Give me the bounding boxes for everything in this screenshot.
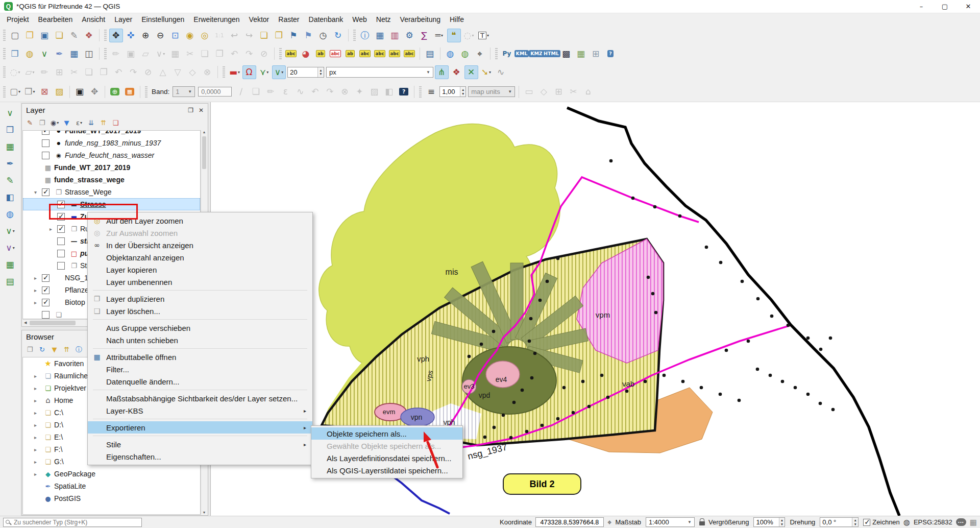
zoom-to-layer-icon[interactable]: ◎: [198, 29, 212, 42]
add-ring-icon[interactable]: ⊞: [53, 65, 66, 79]
grid-tool-icon[interactable]: ⊞: [589, 47, 603, 61]
ctx-save-selected-features-as[interactable]: Gewählte Objekte speichern als...: [311, 440, 462, 452]
menu-hilfe[interactable]: Hilfe: [445, 14, 469, 25]
reshape-icon[interactable]: ✏: [38, 65, 52, 79]
zoom-native-icon[interactable]: 1:1: [213, 29, 227, 42]
layout-manager-icon[interactable]: ✎: [67, 29, 81, 42]
html-export-icon[interactable]: HTML: [545, 47, 558, 61]
label-rect-icon[interactable]: ▭: [522, 85, 536, 99]
menu-web[interactable]: Web: [348, 14, 372, 25]
remove-layer-icon[interactable]: ❑: [110, 117, 121, 129]
add-vector-layer-icon[interactable]: ∨: [38, 47, 52, 61]
maximize-button[interactable]: ▢: [933, 0, 957, 13]
snap-intersection-icon[interactable]: ✕: [464, 65, 478, 79]
redo-icon[interactable]: ↷: [242, 47, 256, 61]
delete-ring-icon[interactable]: ⊘: [141, 65, 155, 79]
close-button[interactable]: ✕: [957, 0, 980, 13]
offset-curve-icon[interactable]: ▽: [171, 65, 185, 79]
ctx-layer-crs[interactable]: Layer-KBS ▸: [88, 404, 312, 417]
ctx-save-as-layer-definition[interactable]: Als Layerdefinitionsdatei speichern...: [311, 452, 462, 464]
refresh-map-icon[interactable]: ↻: [331, 29, 345, 42]
coordinate-input[interactable]: [538, 519, 601, 526]
browser-postgis[interactable]: ● PostGIS: [23, 492, 200, 505]
scale-combo[interactable]: 1:4000▼: [646, 517, 695, 527]
band-combo[interactable]: 1▼: [173, 86, 195, 97]
mosaic-tool-icon[interactable]: ▦: [574, 47, 588, 61]
merge-features-icon[interactable]: ❏: [82, 65, 96, 79]
crs-status[interactable]: EPSG:25832: [914, 518, 952, 526]
measure-icon[interactable]: ═▾: [432, 29, 446, 42]
map-tips-icon[interactable]: ❝: [447, 29, 461, 42]
stroke-width-spinner[interactable]: ▲▼: [439, 86, 466, 97]
lock-scale-icon[interactable]: [699, 521, 705, 525]
add-gpx-layer-icon[interactable]: ◫: [82, 47, 96, 61]
modify-attributes-icon[interactable]: ▦: [168, 47, 182, 61]
copy-style-icon[interactable]: ❐: [97, 65, 111, 79]
raster-star-icon[interactable]: ✦: [353, 85, 366, 99]
manage-map-themes-icon[interactable]: ◉▾: [49, 117, 60, 129]
menu-bearbeiten[interactable]: Bearbeiten: [34, 14, 78, 25]
open-project-icon[interactable]: ❐: [23, 29, 37, 42]
pin-labels-icon[interactable]: ab: [314, 47, 328, 61]
minimize-button[interactable]: –: [910, 0, 933, 13]
open-layer-styling-icon[interactable]: ✎: [24, 117, 36, 129]
show-bookmarks-icon[interactable]: ❐: [272, 29, 286, 42]
datasource-manager-icon[interactable]: ❒: [8, 47, 22, 61]
globe-left-icon[interactable]: ◍: [3, 207, 17, 221]
copy-features-icon[interactable]: ❏: [198, 47, 212, 61]
ctx-move-down[interactable]: Nach unten schieben: [88, 334, 312, 346]
layer-checkbox[interactable]: [57, 237, 65, 245]
raster-curve-icon[interactable]: ∿: [293, 85, 307, 99]
db-manager-icon[interactable]: ▤: [423, 47, 437, 61]
browser-filter-icon[interactable]: ▼: [49, 344, 60, 355]
add-web-layer-icon[interactable]: ◍: [23, 47, 37, 61]
ctx-rename-layer[interactable]: Layer umbenennen: [88, 276, 312, 288]
zoom-in-icon[interactable]: ⊕: [139, 29, 153, 42]
raster-edit-icon[interactable]: ✏: [264, 85, 278, 99]
ctx-properties[interactable]: Eigenschaften...: [88, 450, 312, 463]
menu-projekt[interactable]: Projekt: [2, 14, 34, 25]
move-label-icon[interactable]: abc: [373, 47, 387, 61]
processing-tasks-icon[interactable]: ▦: [970, 518, 977, 527]
browser-geopackage[interactable]: ▸ ◆ GeoPackage: [23, 468, 200, 480]
raster-shade-icon[interactable]: ◧: [382, 85, 396, 99]
layer-row-funde-nsg[interactable]: ● funde_nsg_1983_minus_1937: [23, 137, 200, 149]
undo-icon[interactable]: ↶: [228, 47, 241, 61]
zoom-next-icon[interactable]: ↪: [242, 29, 256, 42]
zoom-last-icon[interactable]: ↩: [228, 29, 241, 42]
raster-fill-icon[interactable]: ▨: [368, 85, 381, 99]
layer-checkbox[interactable]: [57, 225, 65, 233]
snapping-units-combo[interactable]: px▼: [326, 67, 433, 78]
snapping-options-icon[interactable]: ❖: [450, 65, 463, 79]
vector-edit-icon[interactable]: ∨: [3, 106, 17, 119]
layer-row-funde-wt-table[interactable]: ▦ Funde_WT_2017_2019: [23, 161, 200, 174]
select-by-form-icon[interactable]: ❒▾: [23, 85, 37, 99]
layer-checkbox[interactable]: [57, 262, 65, 270]
simplify-feature-icon[interactable]: ↷: [127, 65, 140, 79]
close-panel-icon[interactable]: ✕: [199, 107, 204, 114]
select-all-icon[interactable]: ▨: [53, 85, 66, 99]
collapse-all-icon[interactable]: ⇈: [98, 117, 109, 129]
menu-ansicht[interactable]: Ansicht: [77, 14, 110, 25]
zoom-to-selection-icon[interactable]: ◉: [183, 29, 197, 42]
menu-erweiterungen[interactable]: Erweiterungen: [189, 14, 244, 25]
digitize-left-icon[interactable]: ✎: [3, 174, 17, 187]
rotation-spinner[interactable]: ▲▼: [820, 517, 859, 527]
enable-tracing-icon[interactable]: ➘▾: [479, 65, 493, 79]
select-features-icon[interactable]: ▢▾: [8, 85, 22, 99]
locator-search[interactable]: [3, 518, 142, 527]
reverse-line-icon[interactable]: ◇: [186, 65, 200, 79]
pan-to-selection-icon[interactable]: ✜: [124, 29, 138, 42]
ctx-open-attribute-table[interactable]: ▦ Attributtabelle öffnen: [88, 351, 312, 363]
layer-checkbox[interactable]: [42, 274, 50, 282]
help-plugin-icon[interactable]: ?: [604, 47, 618, 61]
spatialite-left-icon[interactable]: ✒: [3, 157, 17, 170]
browser-spatialite[interactable]: ✒ SpatiaLite: [23, 480, 200, 492]
browser-refresh-icon[interactable]: ↻: [37, 344, 48, 355]
layer-checkbox[interactable]: [42, 152, 50, 159]
rotate-feature-icon[interactable]: ↶: [112, 65, 126, 79]
statistical-summary-icon[interactable]: ▥: [388, 29, 402, 42]
kmz-export-icon[interactable]: KMZ: [530, 47, 544, 61]
processing-toolbox-icon[interactable]: ⚙: [403, 29, 416, 42]
label-grid-icon[interactable]: ⊞: [552, 85, 566, 99]
